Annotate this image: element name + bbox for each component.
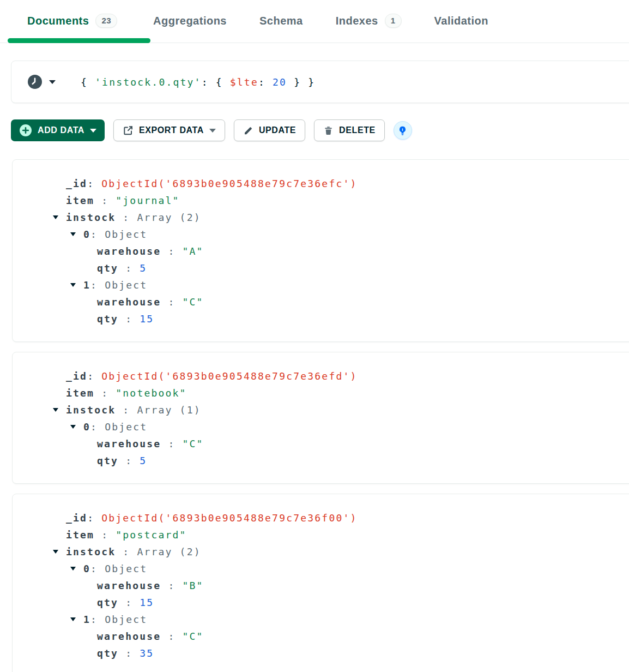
field-separator: : (94, 529, 116, 541)
field-key: 1 (83, 279, 90, 291)
field-key: 0 (83, 563, 90, 574)
tab-bar: Documents23AggregationsSchemaIndexes1Val… (0, 0, 629, 41)
field-separator: : (161, 438, 182, 449)
collapse-caret-icon[interactable] (70, 283, 76, 287)
clock-history-icon (28, 75, 42, 89)
insights-bulb-button[interactable] (394, 121, 412, 140)
collection-tabs-section: Documents23AggregationsSchemaIndexes1Val… (0, 0, 629, 43)
field-separator: : (87, 512, 101, 524)
tab-documents[interactable]: Documents23 (8, 0, 137, 41)
field-key: qty (97, 647, 118, 659)
update-label: UPDATE (259, 125, 296, 135)
field-separator: : (118, 455, 140, 466)
tab-validation[interactable]: Validation (418, 0, 505, 41)
collapse-caret-icon[interactable] (53, 215, 58, 219)
trash-icon (323, 125, 334, 136)
tab-label: Documents (27, 15, 89, 27)
field-separator: : (116, 404, 137, 416)
toolbar: ADD DATA EXPORT DATA UPDATE (11, 119, 629, 141)
collapse-caret-icon[interactable] (70, 425, 76, 429)
export-icon (123, 125, 134, 136)
document-line: 0: Object (13, 560, 629, 577)
field-value: "B" (182, 580, 203, 591)
collapse-caret-icon[interactable] (70, 617, 76, 621)
query-token: 20 (273, 76, 287, 88)
field-key: warehouse (97, 631, 161, 642)
field-key: warehouse (97, 296, 161, 308)
field-value: Array (2) (137, 212, 201, 223)
field-key: qty (97, 313, 118, 325)
field-value: "journal" (116, 195, 179, 206)
field-value: ObjectId('6893b0e905488e79c7e36f00') (101, 512, 357, 524)
field-value: Object (105, 563, 147, 574)
field-key: warehouse (97, 245, 161, 257)
field-key: 0 (83, 421, 90, 433)
document-card[interactable]: _id: ObjectId('6893b0e905488e79c7e36f00'… (12, 494, 629, 672)
query-token: : (202, 76, 216, 88)
field-key: item (66, 387, 94, 399)
add-data-button[interactable]: ADD DATA (11, 119, 105, 141)
document-line: item : "notebook" (13, 385, 629, 401)
document-line: qty : 35 (13, 645, 629, 662)
field-separator: : (94, 387, 116, 399)
document-card[interactable]: _id: ObjectId('6893b0e905488e79c7e36efc'… (12, 159, 629, 342)
tab-indexes[interactable]: Indexes1 (319, 0, 418, 41)
tab-label: Validation (434, 15, 488, 27)
query-history-button[interactable] (28, 75, 56, 89)
pencil-icon (243, 125, 253, 136)
document-line: instock : Array (1) (13, 401, 629, 418)
document-card[interactable]: _id: ObjectId('6893b0e905488e79c7e36efd'… (12, 352, 629, 484)
caret-down-icon (49, 80, 56, 84)
update-button[interactable]: UPDATE (234, 119, 305, 141)
delete-button[interactable]: DELETE (314, 119, 385, 141)
field-key: _id (66, 512, 87, 524)
field-separator: : (161, 296, 182, 308)
field-separator: : (90, 614, 105, 625)
field-key: qty (97, 262, 118, 274)
collapse-caret-icon[interactable] (70, 567, 76, 571)
field-separator: : (118, 647, 140, 659)
document-line: warehouse : "C" (13, 435, 629, 452)
document-line: 0: Object (13, 418, 629, 435)
field-key: 1 (83, 614, 90, 625)
tab-label: Indexes (336, 15, 378, 27)
field-separator: : (87, 178, 101, 189)
export-data-button[interactable]: EXPORT DATA (113, 119, 225, 141)
field-value: "C" (182, 631, 203, 642)
field-separator: : (90, 229, 105, 240)
field-key: 0 (83, 229, 90, 240)
export-data-label: EXPORT DATA (139, 125, 204, 135)
collapse-caret-icon[interactable] (53, 550, 58, 554)
tab-label: Aggregations (153, 15, 227, 27)
document-line: warehouse : "B" (13, 577, 629, 594)
delete-label: DELETE (339, 125, 376, 135)
field-value: Array (1) (137, 404, 201, 416)
field-separator: : (161, 631, 182, 642)
document-line: qty : 15 (13, 594, 629, 611)
collapse-caret-icon[interactable] (70, 232, 76, 236)
document-line: 1: Object (13, 277, 629, 293)
field-value: "C" (182, 296, 203, 308)
field-key: qty (97, 597, 118, 608)
query-input[interactable]: { 'instock.0.qty': { $lte: 20 } } (81, 76, 315, 88)
field-value: 15 (140, 597, 154, 608)
field-separator: : (90, 563, 105, 574)
field-value: Array (2) (137, 546, 201, 557)
collapse-caret-icon[interactable] (53, 408, 58, 412)
query-bar[interactable]: { 'instock.0.qty': { $lte: 20 } } (11, 61, 629, 103)
document-line: item : "postcard" (13, 526, 629, 543)
add-data-label: ADD DATA (38, 125, 84, 135)
query-token: { (81, 76, 95, 88)
field-value: "A" (182, 245, 203, 257)
tab-schema[interactable]: Schema (243, 0, 319, 41)
field-value: ObjectId('6893b0e905488e79c7e36efc') (101, 178, 357, 189)
document-line: _id: ObjectId('6893b0e905488e79c7e36efd'… (13, 368, 629, 385)
field-value: Object (105, 614, 147, 625)
tab-aggregations[interactable]: Aggregations (137, 0, 243, 41)
field-value: "C" (182, 438, 203, 449)
field-key: instock (66, 546, 116, 557)
field-value: ObjectId('6893b0e905488e79c7e36efd') (101, 370, 357, 382)
field-separator: : (161, 245, 182, 257)
field-separator: : (161, 580, 182, 591)
field-separator: : (116, 546, 137, 557)
